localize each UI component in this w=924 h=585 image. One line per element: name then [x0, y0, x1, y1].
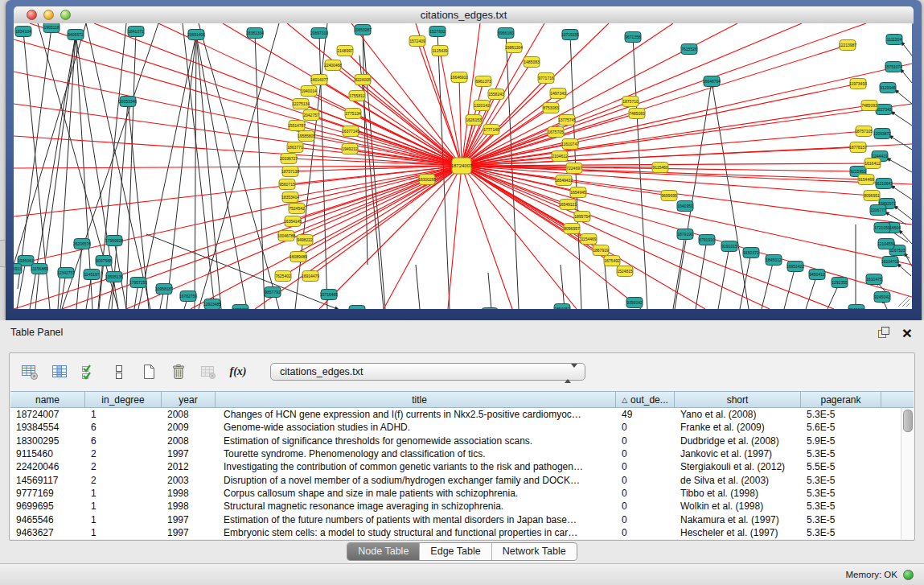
column-header-name[interactable]: name	[10, 392, 85, 407]
tab-node-table[interactable]: Node Table	[347, 543, 419, 560]
table-cell[interactable]: 1998	[162, 501, 216, 512]
table-cell[interactable]: 9465546	[10, 514, 85, 525]
table-cell[interactable]: 19384554	[10, 422, 85, 433]
column-header-pagerank[interactable]: pagerank	[801, 392, 881, 407]
table-cell[interactable]: 0	[616, 527, 675, 538]
table-cell[interactable]: Tibbo et al. (1998)	[675, 488, 801, 499]
table-cell[interactable]: 2012	[162, 461, 216, 472]
column-header-title[interactable]: title	[216, 392, 616, 407]
column-header-out-de-[interactable]: △out_de...	[616, 392, 675, 407]
resize-grip-icon[interactable]	[898, 295, 910, 307]
table-scrollbar[interactable]	[901, 408, 914, 539]
table-cell[interactable]: 1	[85, 501, 162, 512]
table-cell[interactable]: 18724007	[10, 409, 85, 420]
table-row[interactable]: 1872400712008Changes of HCN gene express…	[10, 408, 901, 421]
table-cell[interactable]: 5.3E-5	[801, 475, 881, 486]
table-cell[interactable]: 1997	[162, 527, 216, 538]
scrollbar-thumb[interactable]	[903, 410, 913, 432]
table-cell[interactable]: 9777169	[10, 488, 85, 499]
unselect-all-icon[interactable]	[109, 361, 129, 382]
table-cell[interactable]: 0	[616, 514, 675, 525]
table-cell[interactable]: 5.3E-5	[801, 488, 881, 499]
table-cell[interactable]: 1	[85, 409, 162, 420]
table-cell[interactable]: 5.3E-5	[801, 448, 881, 459]
table-cell[interactable]: 0	[616, 448, 675, 459]
table-cell[interactable]: 6	[85, 422, 162, 433]
table-cell[interactable]: Estimation of the future numbers of pati…	[216, 514, 616, 525]
table-cell[interactable]: 5.5E-5	[801, 461, 881, 472]
table-cell[interactable]: 1997	[162, 448, 216, 459]
table-cell[interactable]: Franke et al. (2009)	[675, 422, 801, 433]
table-cell[interactable]: 1998	[162, 488, 216, 499]
table-cell[interactable]: 2008	[162, 435, 216, 447]
table-cell[interactable]: 0	[616, 435, 675, 447]
table-cell[interactable]: 0	[616, 461, 675, 472]
table-cell[interactable]: 2	[85, 461, 162, 472]
table-cell[interactable]: Yano et al. (2008)	[675, 409, 801, 420]
table-cell[interactable]: Structural magnetic resonance image aver…	[216, 501, 616, 512]
table-row[interactable]: 1456911722003Disruption of a novel membe…	[10, 473, 901, 486]
table-cell[interactable]: 9699695	[10, 501, 85, 512]
tab-network-table[interactable]: Network Table	[491, 543, 577, 560]
table-cell[interactable]: Genome-wide association studies in ADHD.	[216, 422, 616, 433]
function-builder-icon[interactable]: f(x)	[228, 361, 248, 382]
graph-node[interactable]	[482, 308, 498, 310]
table-cell[interactable]: Nakamura et al. (1997)	[675, 514, 801, 525]
table-row[interactable]: 946362711997Embryonic stem cells: a mode…	[10, 526, 901, 539]
table-cell[interactable]: 14569117	[10, 475, 85, 486]
table-mode-icon[interactable]	[19, 361, 40, 382]
table-row[interactable]: 1830029562008Estimation of significance …	[10, 435, 901, 447]
table-cell[interactable]: 0	[616, 501, 675, 512]
table-cell[interactable]: 5.3E-5	[801, 409, 881, 420]
table-row[interactable]: 911546021997Tourette syndrome. Phenomeno…	[10, 447, 901, 460]
column-header-short[interactable]: short	[675, 392, 801, 407]
network-window-titlebar[interactable]: citations_edges.txt	[14, 6, 914, 24]
table-cell[interactable]: 5.3E-5	[801, 527, 881, 538]
collapsed-panel-handle[interactable]	[0, 240, 6, 267]
tab-edge-table[interactable]: Edge Table	[419, 543, 491, 560]
new-column-icon[interactable]	[138, 361, 159, 382]
table-cell[interactable]: 22420046	[10, 461, 85, 472]
table-cell[interactable]: Disruption of a novel member of a sodium…	[216, 475, 616, 486]
table-cell[interactable]: Investigating the contribution of common…	[216, 461, 616, 472]
table-row[interactable]: 946554611997Estimation of the future num…	[10, 513, 901, 525]
column-header-year[interactable]: year	[162, 392, 216, 407]
table-cell[interactable]: 1	[85, 527, 162, 538]
column-header-in-degree[interactable]: in_degree	[85, 392, 162, 407]
close-window-button[interactable]	[27, 10, 37, 20]
table-cell[interactable]: 1	[85, 488, 162, 499]
table-cell[interactable]: de Silva et al. (2003)	[675, 475, 801, 486]
float-panel-icon[interactable]	[878, 327, 890, 339]
table-cell[interactable]: 0	[616, 488, 675, 499]
table-cell[interactable]: 18300295	[10, 435, 85, 447]
table-cell[interactable]: 1	[85, 514, 162, 525]
table-row[interactable]: 977716911998Corpus callosum shape and si…	[10, 487, 901, 500]
table-cell[interactable]: 5.3E-5	[801, 514, 881, 525]
table-cell[interactable]: 6	[85, 435, 162, 447]
table-cell[interactable]: Tourette syndrome. Phenomenology and cla…	[216, 448, 616, 459]
citation-network-graph[interactable]: 1834104190511894055721841071206914061838…	[14, 23, 912, 309]
table-cell[interactable]: 0	[616, 475, 675, 486]
minimize-window-button[interactable]	[43, 10, 54, 20]
table-cell[interactable]: 2003	[162, 475, 216, 486]
table-cell[interactable]: 5.9E-5	[801, 435, 881, 447]
table-cell[interactable]: 2009	[162, 422, 216, 433]
table-cell[interactable]: 9463627	[10, 527, 85, 538]
table-cell[interactable]: 2	[85, 448, 162, 459]
zoom-window-button[interactable]	[60, 10, 71, 20]
show-columns-icon[interactable]	[49, 361, 70, 382]
table-selector-dropdown[interactable]: citations_edges.txt	[270, 363, 585, 381]
table-cell[interactable]: Jankovic et al. (1997)	[675, 448, 801, 459]
table-cell[interactable]: 0	[616, 422, 675, 433]
table-cell[interactable]: 5.3E-5	[801, 501, 881, 512]
import-table-icon[interactable]	[198, 361, 219, 382]
table-cell[interactable]: Estimation of significance thresholds fo…	[216, 435, 616, 447]
table-row[interactable]: 1938455462009Genome-wide association stu…	[10, 421, 901, 434]
select-all-icon[interactable]	[79, 361, 100, 382]
delete-column-icon[interactable]	[168, 361, 189, 382]
table-cell[interactable]: 2	[85, 475, 162, 486]
table-cell[interactable]: 1997	[162, 514, 216, 525]
network-canvas[interactable]: 1834104190511894055721841071206914061838…	[14, 23, 912, 309]
table-cell[interactable]: Changes of HCN gene expression and I(f) …	[216, 409, 616, 420]
table-cell[interactable]: Corpus callosum shape and size in male p…	[216, 488, 616, 499]
